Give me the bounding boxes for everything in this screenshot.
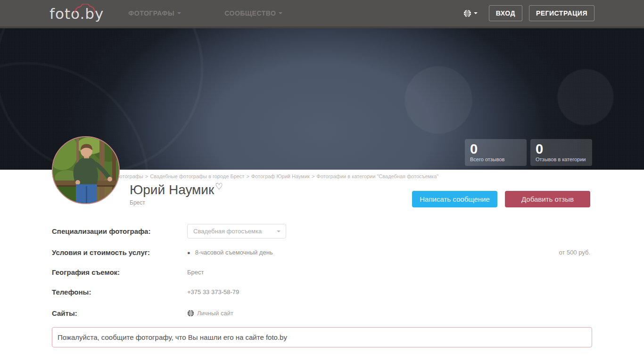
camera-icon [74,4,96,14]
row-label: Телефоны: [52,288,187,296]
notice-box: Пожалуйста, сообщите фотографу, что Вы н… [52,327,592,347]
avatar[interactable] [52,136,120,204]
menu-item-community[interactable]: СООБЩЕСТВО [224,9,282,17]
site-link-label: Личный сайт [197,309,233,317]
menu-item-photographers[interactable]: ФОТОГРАФЫ [128,9,181,17]
breadcrumb-item[interactable]: Свадебные фотографы в городе Брест [150,173,244,179]
language-selector[interactable] [463,9,478,17]
breadcrumb-separator: > [312,173,314,179]
main-content: Фотографы>Свадебные фотографы>Свадебные … [52,170,592,347]
personal-site-link[interactable]: Личный сайт [187,309,233,317]
chevron-down-icon [474,12,478,14]
avatar-photo [53,137,120,204]
row-phones: Телефоны: +375 33 373-58-79 [52,288,592,296]
service-price: от 500 руб. [559,248,592,256]
stat-label: Отзывов в категории [536,156,587,162]
breadcrumb: Фотографы>Свадебные фотографы>Свадебные … [52,173,592,179]
globe-icon [187,310,194,317]
chevron-down-icon [279,12,282,14]
profile-actions: Написать сообщение Добавить отзыв [412,191,590,207]
review-stats: 0 Всего отзывов 0 Отзывов в категории [465,139,592,166]
profile-header: Юрий Наумик ♡ Брест Написать сообщение Д… [52,182,592,211]
stat-label: Всего отзывов [470,156,521,162]
row-label: Специализации фотографа: [52,227,187,236]
row-specializations: Специализации фотографа: Свадебная фотос… [52,224,592,239]
service-item: ●8-часовой съемочный день [187,248,273,257]
chevron-down-icon [177,12,181,14]
profile-details: Специализации фотографа: Свадебная фотос… [52,224,592,319]
send-message-button[interactable]: Написать сообщение [412,191,497,207]
stat-total-reviews: 0 Всего отзывов [465,139,527,166]
logo[interactable]: foto.by [50,6,104,22]
stat-value: 0 [470,142,521,156]
add-review-button[interactable]: Добавить отзыв [505,191,590,207]
breadcrumb-separator: > [246,173,249,179]
stat-category-reviews: 0 Отзывов в категории [530,139,592,166]
row-label: Сайты: [52,309,187,318]
select-value: Свадебная фотосъемка [188,224,286,238]
specialization-select[interactable]: Свадебная фотосъемка [187,224,286,239]
register-button[interactable]: РЕГИСТРАЦИЯ [529,5,594,21]
favorite-heart-icon[interactable]: ♡ [215,182,223,191]
page-title: Юрий Наумик [130,182,214,197]
service-name: 8-часовой съемочный день [195,249,273,256]
breadcrumb-item-current: Фотографии в категории "Свадебная фотосъ… [316,173,438,179]
row-label: Условия и стоимость услуг: [52,248,187,257]
phone-value: +375 33 373-58-79 [187,288,592,296]
row-sites: Сайты: Личный сайт [52,309,592,319]
row-label: География съемок: [52,268,187,277]
breadcrumb-item[interactable]: Фотограф Юрий Наумик [251,173,310,179]
main-menu: ФОТОГРАФЫ СООБЩЕСТВО [128,9,282,17]
chevron-down-icon [277,230,281,232]
login-button[interactable]: ВХОД [489,5,522,21]
top-navbar: foto.by ФОТОГРАФЫ СООБЩЕСТВО [0,0,644,28]
row-pricing: Условия и стоимость услуг: ●8-часовой съ… [52,248,592,257]
menu-item-label: ФОТОГРАФЫ [128,9,174,17]
page: foto.by ФОТОГРАФЫ СООБЩЕСТВО [0,0,644,362]
navbar-right: ВХОД РЕГИСТРАЦИЯ [463,5,594,21]
geography-value: Брест [187,268,592,276]
stat-value: 0 [536,142,587,156]
row-geography: География съемок: Брест [52,268,592,277]
globe-icon [463,9,471,17]
menu-item-label: СООБЩЕСТВО [224,9,276,17]
breadcrumb-separator: > [145,173,148,179]
bullet-icon: ● [187,250,190,255]
